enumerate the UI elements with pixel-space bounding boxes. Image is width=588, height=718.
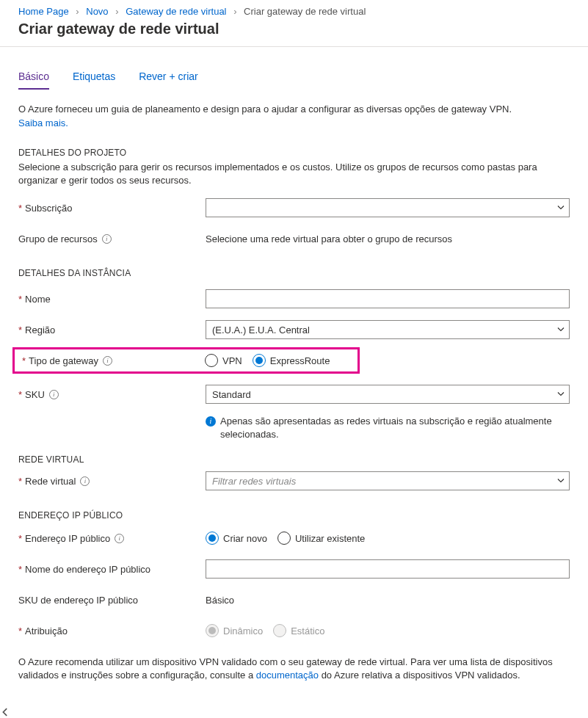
chevron-right-icon: ›	[115, 6, 118, 17]
info-icon[interactable]: i	[103, 356, 112, 366]
info-icon[interactable]: i	[102, 234, 112, 244]
gateway-type-highlight: *Tipo de gateway i VPN ExpressRoute	[12, 347, 360, 374]
name-input[interactable]	[206, 289, 570, 308]
learn-more-link[interactable]: Saiba mais.	[18, 117, 68, 128]
tab-review[interactable]: Rever + criar	[139, 66, 198, 88]
tabs: Básico Etiquetas Rever + criar	[18, 66, 570, 90]
sku-label: *SKU i	[18, 389, 206, 400]
subscription-label: *Subscrição	[18, 203, 206, 214]
tab-basic[interactable]: Básico	[18, 66, 49, 90]
subscription-select[interactable]	[206, 198, 570, 217]
chevron-down-icon	[557, 477, 565, 485]
gateway-type-vpn-radio[interactable]: VPN	[205, 354, 242, 367]
info-icon[interactable]: i	[80, 476, 90, 486]
publicip-sku-value: Básico	[206, 595, 570, 606]
assignment-label: *Atribuição	[18, 625, 206, 637]
section-project-desc: Selecione a subscrição para gerir os rec…	[18, 161, 570, 187]
vnet-label: *Rede virtual i	[18, 476, 206, 487]
scroll-left-icon[interactable]	[1, 708, 10, 717]
documentation-link[interactable]: documentação	[256, 670, 319, 681]
section-project-heading: DETALHES DO PROJETO	[18, 148, 570, 158]
resource-group-label: Grupo de recursos i	[18, 233, 206, 244]
chevron-right-icon: ›	[233, 6, 236, 17]
publicip-name-input[interactable]	[206, 559, 570, 579]
chevron-down-icon	[557, 204, 565, 211]
sku-select[interactable]: Standard	[206, 385, 570, 404]
chevron-down-icon	[557, 326, 565, 333]
publicip-name-label: *Nome do endereço IP público	[18, 564, 206, 575]
breadcrumb-current: Criar gateway de rede virtual	[244, 6, 366, 17]
intro-text: O Azure forneceu um guia de planeamento …	[18, 103, 570, 116]
vnet-note: i Apenas são apresentadas as redes virtu…	[206, 415, 570, 441]
publicip-create-radio[interactable]: Criar novo	[206, 532, 267, 545]
section-publicip-heading: ENDEREÇO IP PÚBLICO	[18, 510, 570, 521]
section-instance-heading: DETALHES DA INSTÂNCIA	[18, 268, 570, 278]
name-label: *Nome	[18, 294, 206, 305]
publicip-use-radio[interactable]: Utilizar existente	[277, 532, 365, 545]
publicip-sku-label: SKU de endereço IP público	[18, 595, 206, 606]
section-vnet-heading: REDE VIRTUAL	[18, 454, 570, 465]
resource-group-text: Selecione uma rede virtual para obter o …	[206, 233, 570, 244]
page-title: Criar gateway de rede virtual	[18, 21, 570, 37]
breadcrumb: Home Page › Novo › Gateway de rede virtu…	[0, 0, 588, 19]
breadcrumb-gateway[interactable]: Gateway de rede virtual	[126, 6, 226, 17]
gateway-type-expressroute-radio[interactable]: ExpressRoute	[253, 354, 330, 367]
region-select[interactable]: (E.U.A.) E.U.A. Central	[206, 320, 570, 339]
chevron-right-icon: ›	[76, 6, 79, 17]
breadcrumb-home[interactable]: Home Page	[18, 6, 69, 17]
info-icon: i	[206, 416, 216, 427]
tab-tags[interactable]: Etiquetas	[73, 66, 115, 88]
bottom-note: O Azure recomenda utilizar um dispositiv…	[18, 656, 570, 682]
assignment-dynamic-radio: Dinâmico	[206, 624, 263, 637]
info-icon[interactable]: i	[49, 390, 59, 399]
vnet-select[interactable]: Filtrar redes virtuais	[206, 471, 570, 490]
info-icon[interactable]: i	[115, 534, 124, 543]
publicip-address-label: *Endereço IP público i	[18, 533, 206, 544]
assignment-static-radio: Estático	[273, 624, 324, 637]
region-label: *Região	[18, 324, 206, 336]
breadcrumb-novo[interactable]: Novo	[86, 6, 108, 17]
chevron-down-icon	[557, 391, 565, 398]
gateway-type-label: *Tipo de gateway i	[22, 355, 205, 366]
